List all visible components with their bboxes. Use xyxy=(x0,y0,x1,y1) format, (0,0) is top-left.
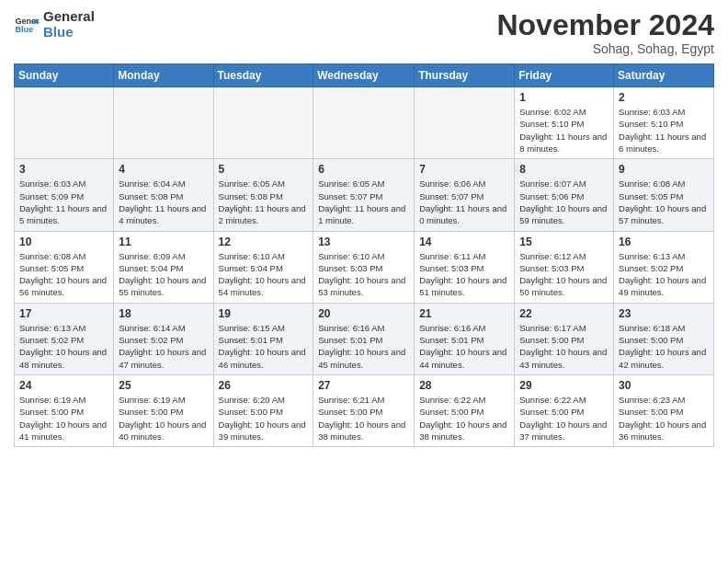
calendar-cell: 19Sunrise: 6:15 AM Sunset: 5:01 PM Dayli… xyxy=(213,303,313,374)
day-number: 26 xyxy=(219,379,309,392)
day-number: 1 xyxy=(519,91,609,104)
calendar-cell: 10Sunrise: 6:08 AM Sunset: 5:05 PM Dayli… xyxy=(15,231,114,303)
day-number: 19 xyxy=(219,307,309,320)
day-info: Sunrise: 6:07 AM Sunset: 5:06 PM Dayligh… xyxy=(519,178,609,226)
day-number: 4 xyxy=(119,163,208,176)
calendar-cell: 22Sunrise: 6:17 AM Sunset: 5:00 PM Dayli… xyxy=(515,303,614,374)
month-title: November 2024 xyxy=(496,9,714,41)
calendar-cell: 2Sunrise: 6:03 AM Sunset: 5:10 PM Daylig… xyxy=(614,87,714,159)
day-info: Sunrise: 6:16 AM Sunset: 5:01 PM Dayligh… xyxy=(419,322,509,371)
day-info: Sunrise: 6:11 AM Sunset: 5:03 PM Dayligh… xyxy=(419,250,509,299)
calendar-week-1: 1Sunrise: 6:02 AM Sunset: 5:10 PM Daylig… xyxy=(15,87,714,159)
calendar-cell: 29Sunrise: 6:22 AM Sunset: 5:00 PM Dayli… xyxy=(515,374,614,446)
logo-wordmark: General Blue xyxy=(43,9,95,40)
day-info: Sunrise: 6:15 AM Sunset: 5:01 PM Dayligh… xyxy=(219,322,309,371)
day-number: 5 xyxy=(219,163,309,176)
day-info: Sunrise: 6:20 AM Sunset: 5:00 PM Dayligh… xyxy=(219,394,309,442)
location: Sohag, Sohag, Egypt xyxy=(496,41,714,56)
day-info: Sunrise: 6:10 AM Sunset: 5:03 PM Dayligh… xyxy=(318,250,409,299)
calendar-cell: 14Sunrise: 6:11 AM Sunset: 5:03 PM Dayli… xyxy=(415,231,515,303)
day-number: 14 xyxy=(419,236,509,248)
day-info: Sunrise: 6:22 AM Sunset: 5:00 PM Dayligh… xyxy=(419,394,509,442)
header-right: November 2024 Sohag, Sohag, Egypt xyxy=(496,9,714,56)
calendar-cell: 23Sunrise: 6:18 AM Sunset: 5:00 PM Dayli… xyxy=(614,303,714,374)
page: General Blue General Blue November 2024 … xyxy=(0,0,728,563)
logo-general: General xyxy=(43,9,95,25)
day-info: Sunrise: 6:23 AM Sunset: 5:00 PM Dayligh… xyxy=(619,394,709,442)
logo-icon: General Blue xyxy=(14,12,40,38)
day-number: 25 xyxy=(119,379,208,392)
svg-text:Blue: Blue xyxy=(15,25,33,34)
calendar-week-3: 10Sunrise: 6:08 AM Sunset: 5:05 PM Dayli… xyxy=(15,231,714,303)
header: General Blue General Blue November 2024 … xyxy=(14,9,714,56)
day-info: Sunrise: 6:21 AM Sunset: 5:00 PM Dayligh… xyxy=(318,394,409,442)
day-info: Sunrise: 6:10 AM Sunset: 5:04 PM Dayligh… xyxy=(219,250,309,299)
day-info: Sunrise: 6:03 AM Sunset: 5:09 PM Dayligh… xyxy=(19,178,108,226)
calendar-cell: 6Sunrise: 6:05 AM Sunset: 5:07 PM Daylig… xyxy=(313,159,415,231)
calendar-cell: 24Sunrise: 6:19 AM Sunset: 5:00 PM Dayli… xyxy=(15,374,114,446)
day-info: Sunrise: 6:16 AM Sunset: 5:01 PM Dayligh… xyxy=(318,322,409,371)
day-info: Sunrise: 6:18 AM Sunset: 5:00 PM Dayligh… xyxy=(619,322,709,371)
day-number: 13 xyxy=(318,236,409,248)
calendar-cell: 21Sunrise: 6:16 AM Sunset: 5:01 PM Dayli… xyxy=(415,303,515,374)
calendar-cell: 12Sunrise: 6:10 AM Sunset: 5:04 PM Dayli… xyxy=(213,231,313,303)
calendar-cell xyxy=(415,87,515,159)
weekday-header-row: SundayMondayTuesdayWednesdayThursdayFrid… xyxy=(15,64,714,87)
calendar-week-5: 24Sunrise: 6:19 AM Sunset: 5:00 PM Dayli… xyxy=(15,374,714,446)
calendar-cell: 15Sunrise: 6:12 AM Sunset: 5:03 PM Dayli… xyxy=(515,231,614,303)
calendar-cell: 4Sunrise: 6:04 AM Sunset: 5:08 PM Daylig… xyxy=(114,159,213,231)
day-info: Sunrise: 6:13 AM Sunset: 5:02 PM Dayligh… xyxy=(19,322,108,371)
day-info: Sunrise: 6:14 AM Sunset: 5:02 PM Dayligh… xyxy=(119,322,208,371)
weekday-header-monday: Monday xyxy=(114,64,213,87)
day-info: Sunrise: 6:05 AM Sunset: 5:07 PM Dayligh… xyxy=(318,178,409,226)
logo-blue: Blue xyxy=(43,25,95,40)
day-info: Sunrise: 6:12 AM Sunset: 5:03 PM Dayligh… xyxy=(519,250,609,299)
day-info: Sunrise: 6:17 AM Sunset: 5:00 PM Dayligh… xyxy=(519,322,609,371)
calendar-cell: 9Sunrise: 6:08 AM Sunset: 5:05 PM Daylig… xyxy=(614,159,714,231)
day-number: 11 xyxy=(119,236,208,248)
day-number: 22 xyxy=(519,307,609,320)
day-number: 16 xyxy=(619,236,709,248)
day-number: 27 xyxy=(318,379,409,392)
day-info: Sunrise: 6:08 AM Sunset: 5:05 PM Dayligh… xyxy=(619,178,709,226)
weekday-header-saturday: Saturday xyxy=(614,64,714,87)
calendar-cell xyxy=(213,87,313,159)
day-number: 24 xyxy=(19,379,108,392)
calendar-week-2: 3Sunrise: 6:03 AM Sunset: 5:09 PM Daylig… xyxy=(15,159,714,231)
weekday-header-friday: Friday xyxy=(515,64,614,87)
calendar-cell: 27Sunrise: 6:21 AM Sunset: 5:00 PM Dayli… xyxy=(313,374,415,446)
calendar-cell: 5Sunrise: 6:05 AM Sunset: 5:08 PM Daylig… xyxy=(213,159,313,231)
day-info: Sunrise: 6:05 AM Sunset: 5:08 PM Dayligh… xyxy=(219,178,309,226)
calendar-cell: 20Sunrise: 6:16 AM Sunset: 5:01 PM Dayli… xyxy=(313,303,415,374)
day-info: Sunrise: 6:06 AM Sunset: 5:07 PM Dayligh… xyxy=(419,178,509,226)
calendar-cell xyxy=(15,87,114,159)
day-number: 6 xyxy=(318,163,409,176)
weekday-header-wednesday: Wednesday xyxy=(313,64,415,87)
day-info: Sunrise: 6:09 AM Sunset: 5:04 PM Dayligh… xyxy=(119,250,208,299)
day-number: 12 xyxy=(219,236,309,248)
day-info: Sunrise: 6:03 AM Sunset: 5:10 PM Dayligh… xyxy=(619,106,709,155)
calendar-cell: 1Sunrise: 6:02 AM Sunset: 5:10 PM Daylig… xyxy=(515,87,614,159)
day-info: Sunrise: 6:19 AM Sunset: 5:00 PM Dayligh… xyxy=(119,394,208,442)
day-info: Sunrise: 6:19 AM Sunset: 5:00 PM Dayligh… xyxy=(19,394,108,442)
calendar-cell: 13Sunrise: 6:10 AM Sunset: 5:03 PM Dayli… xyxy=(313,231,415,303)
calendar-week-4: 17Sunrise: 6:13 AM Sunset: 5:02 PM Dayli… xyxy=(15,303,714,374)
day-info: Sunrise: 6:04 AM Sunset: 5:08 PM Dayligh… xyxy=(119,178,208,226)
day-number: 29 xyxy=(519,379,609,392)
day-number: 30 xyxy=(619,379,709,392)
weekday-header-thursday: Thursday xyxy=(415,64,515,87)
day-number: 10 xyxy=(19,236,108,248)
day-number: 15 xyxy=(519,236,609,248)
weekday-header-tuesday: Tuesday xyxy=(213,64,313,87)
calendar: SundayMondayTuesdayWednesdayThursdayFrid… xyxy=(14,63,714,447)
calendar-cell: 16Sunrise: 6:13 AM Sunset: 5:02 PM Dayli… xyxy=(614,231,714,303)
day-info: Sunrise: 6:08 AM Sunset: 5:05 PM Dayligh… xyxy=(19,250,108,299)
calendar-cell: 7Sunrise: 6:06 AM Sunset: 5:07 PM Daylig… xyxy=(415,159,515,231)
weekday-header-sunday: Sunday xyxy=(15,64,114,87)
calendar-cell: 26Sunrise: 6:20 AM Sunset: 5:00 PM Dayli… xyxy=(213,374,313,446)
day-number: 9 xyxy=(619,163,709,176)
calendar-cell: 30Sunrise: 6:23 AM Sunset: 5:00 PM Dayli… xyxy=(614,374,714,446)
calendar-cell: 25Sunrise: 6:19 AM Sunset: 5:00 PM Dayli… xyxy=(114,374,213,446)
calendar-cell xyxy=(114,87,213,159)
calendar-cell: 8Sunrise: 6:07 AM Sunset: 5:06 PM Daylig… xyxy=(515,159,614,231)
